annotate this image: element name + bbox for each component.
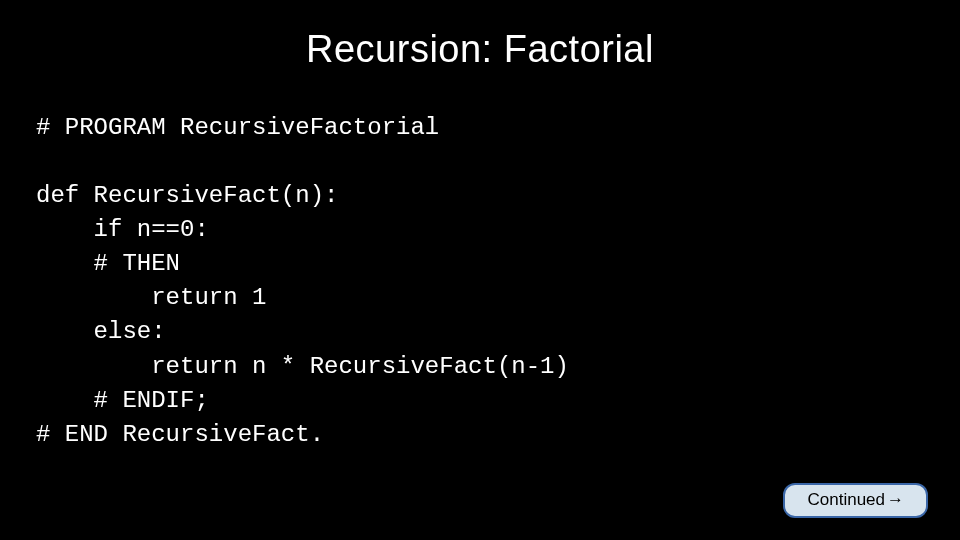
code-line: # END RecursiveFact.: [36, 421, 324, 448]
code-block: # PROGRAM RecursiveFactorial def Recursi…: [0, 71, 960, 452]
arrow-right-icon: →: [887, 490, 904, 510]
code-line: # PROGRAM RecursiveFactorial: [36, 114, 439, 141]
code-line: # ENDIF;: [36, 387, 209, 414]
slide-title: Recursion: Factorial: [0, 0, 960, 71]
code-line: def RecursiveFact(n):: [36, 182, 338, 209]
continued-label: Continued: [807, 490, 885, 510]
code-line: # THEN: [36, 250, 180, 277]
code-line: return 1: [36, 284, 266, 311]
code-line: if n==0:: [36, 216, 209, 243]
code-line: else:: [36, 318, 166, 345]
continued-button[interactable]: Continued →: [783, 483, 928, 518]
code-line: return n * RecursiveFact(n-1): [36, 353, 569, 380]
